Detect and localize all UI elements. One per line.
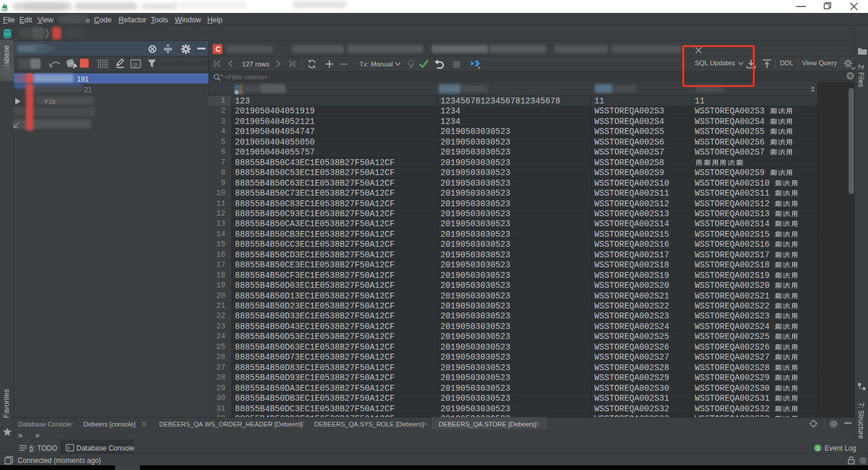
- svg-text:QL: QL: [133, 62, 138, 67]
- svg-text:1: 1: [816, 445, 819, 451]
